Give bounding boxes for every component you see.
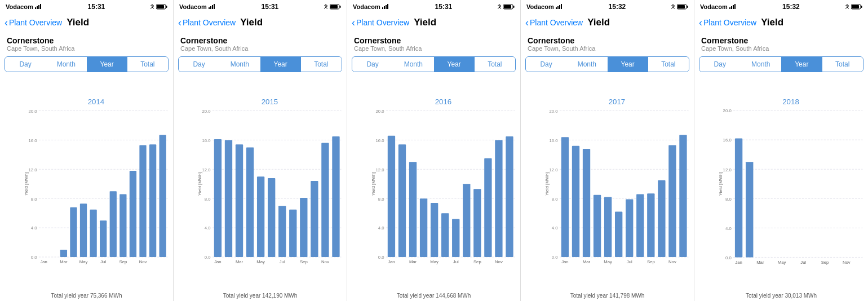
plant-info: Cornerstone Cape Town, South Africa xyxy=(521,34,694,54)
plant-name: Cornerstone xyxy=(354,36,513,45)
svg-text:0.0: 0.0 xyxy=(205,255,211,260)
svg-text:4.0: 4.0 xyxy=(725,226,732,231)
svg-text:20.0: 20.0 xyxy=(202,109,211,114)
svg-rect-138 xyxy=(594,195,601,257)
tab-year[interactable]: Year xyxy=(434,57,475,72)
tab-total[interactable]: Total xyxy=(475,57,515,72)
svg-text:2015: 2015 xyxy=(262,98,278,106)
plant-name: Cornerstone xyxy=(701,36,861,45)
tab-bar: DayMonthYearTotal xyxy=(5,56,169,72)
svg-text:Jan: Jan xyxy=(388,259,395,264)
back-button[interactable]: ‹ Plant Overview xyxy=(352,17,409,29)
svg-text:Nov: Nov xyxy=(321,259,329,264)
back-button[interactable]: ‹ Plant Overview xyxy=(5,17,62,29)
status-carrier: Vodacom xyxy=(179,3,216,10)
tab-total[interactable]: Total xyxy=(301,57,342,72)
svg-rect-27 xyxy=(139,145,146,257)
tab-year[interactable]: Year xyxy=(87,57,127,72)
page-title: Yield xyxy=(240,17,263,28)
status-bar: Vodacom 15:31 xyxy=(0,0,173,12)
phone-panel-2016: Vodacom 15:31 ‹ Plant Overview Yield Cor… xyxy=(347,0,521,301)
chart-footer: Total yield year 75,366 MWh xyxy=(0,291,173,301)
back-button[interactable]: ‹ Plant Overview xyxy=(699,17,756,29)
svg-rect-119 xyxy=(561,4,562,9)
svg-text:20.0: 20.0 xyxy=(550,109,558,114)
svg-rect-57 xyxy=(214,139,222,257)
svg-rect-19 xyxy=(60,250,67,257)
svg-text:16.0: 16.0 xyxy=(723,138,732,143)
tab-total[interactable]: Total xyxy=(127,57,168,72)
tab-month[interactable]: Month xyxy=(219,57,260,72)
chart-footer: Total yield year 30,013 MWh xyxy=(694,291,868,301)
tab-day[interactable]: Day xyxy=(179,57,219,72)
svg-rect-175 xyxy=(746,162,753,257)
svg-text:May: May xyxy=(256,259,265,264)
svg-rect-26 xyxy=(130,171,136,257)
svg-text:12.0: 12.0 xyxy=(550,167,558,172)
svg-text:Nov: Nov xyxy=(843,260,851,265)
svg-text:20.0: 20.0 xyxy=(29,109,37,114)
tab-year[interactable]: Year xyxy=(260,57,301,72)
status-carrier: Vodacom xyxy=(353,3,390,10)
phone-panel-2017: Vodacom 15:32 ‹ Plant Overview Yield Cor… xyxy=(521,0,694,301)
svg-rect-102 xyxy=(452,219,459,257)
svg-rect-80 xyxy=(387,4,388,9)
back-label: Plant Overview xyxy=(530,18,583,27)
svg-text:Sep: Sep xyxy=(647,259,655,264)
svg-text:4.0: 4.0 xyxy=(378,225,384,231)
chart-footer: Total yield year 144,668 MWh xyxy=(347,291,520,301)
svg-text:Mar: Mar xyxy=(756,260,764,265)
svg-rect-121 xyxy=(687,6,688,8)
back-button[interactable]: ‹ Plant Overview xyxy=(178,17,236,29)
back-label: Plant Overview xyxy=(703,18,756,27)
tab-month[interactable]: Month xyxy=(566,57,607,72)
svg-text:Nov: Nov xyxy=(668,259,676,264)
svg-rect-64 xyxy=(289,210,296,257)
nav-bar: ‹ Plant Overview Yield xyxy=(694,12,868,34)
svg-text:Jan: Jan xyxy=(735,260,742,265)
svg-rect-65 xyxy=(300,198,307,257)
svg-text:Sep: Sep xyxy=(119,259,127,264)
svg-text:Yield [MWh]: Yield [MWh] xyxy=(24,172,29,196)
status-icons xyxy=(497,4,515,10)
back-label: Plant Overview xyxy=(356,18,409,27)
svg-rect-24 xyxy=(110,191,117,257)
svg-text:Yield [MWh]: Yield [MWh] xyxy=(718,172,723,196)
tab-month[interactable]: Month xyxy=(741,57,782,72)
back-button[interactable]: ‹ Plant Overview xyxy=(525,17,583,29)
tab-month[interactable]: Month xyxy=(393,57,433,72)
svg-text:May: May xyxy=(778,260,786,265)
svg-text:20.0: 20.0 xyxy=(723,108,732,113)
tab-year[interactable]: Year xyxy=(781,57,822,72)
svg-text:16.0: 16.0 xyxy=(550,138,558,143)
svg-rect-101 xyxy=(441,213,449,257)
tab-year[interactable]: Year xyxy=(608,57,648,72)
svg-text:Mar: Mar xyxy=(60,259,68,264)
chevron-left-icon: ‹ xyxy=(5,17,8,29)
svg-rect-25 xyxy=(119,194,126,257)
svg-text:Mar: Mar xyxy=(409,259,417,264)
svg-rect-137 xyxy=(583,149,590,257)
tab-total[interactable]: Total xyxy=(822,57,863,72)
nav-bar: ‹ Plant Overview Yield xyxy=(0,12,173,34)
status-carrier: Vodacom xyxy=(6,3,43,10)
tab-day[interactable]: Day xyxy=(5,57,46,72)
chart-area: 0.04.08.012.016.020.0JanMarMayJulSepNov2… xyxy=(521,74,694,291)
svg-rect-79 xyxy=(386,5,387,9)
tab-day[interactable]: Day xyxy=(699,57,741,72)
svg-rect-135 xyxy=(561,137,569,257)
svg-rect-146 xyxy=(679,135,687,257)
svg-rect-20 xyxy=(70,207,77,257)
svg-text:12.0: 12.0 xyxy=(723,167,732,172)
svg-rect-157 xyxy=(733,5,734,9)
tab-day[interactable]: Day xyxy=(526,57,566,72)
svg-rect-118 xyxy=(559,5,560,9)
svg-text:Yield [MWh]: Yield [MWh] xyxy=(197,172,202,196)
svg-text:2014: 2014 xyxy=(88,98,104,106)
svg-text:0.0: 0.0 xyxy=(725,255,732,260)
tab-month[interactable]: Month xyxy=(46,57,86,72)
tab-total[interactable]: Total xyxy=(648,57,689,72)
status-icons xyxy=(150,4,167,10)
tab-day[interactable]: Day xyxy=(352,57,393,72)
svg-rect-141 xyxy=(626,200,633,257)
